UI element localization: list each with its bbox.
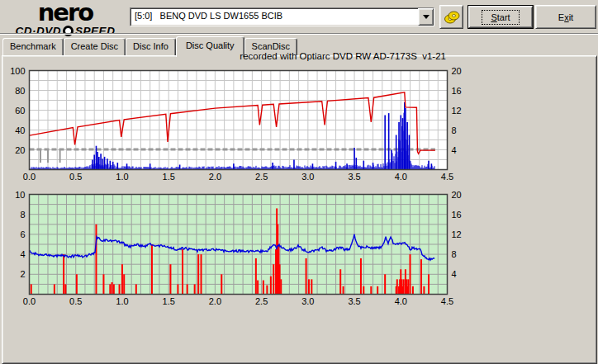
svg-text:1.0: 1.0 — [116, 296, 128, 306]
svg-text:1.0: 1.0 — [116, 172, 128, 182]
drive-select[interactable]: [5:0] BENQ DVD LS DW1655 BCIB — [130, 7, 434, 26]
eject-disc-button[interactable] — [439, 5, 463, 29]
eject-disc-icon — [444, 9, 460, 26]
nero-logo: nero CD·DVD SPEED — [3, 1, 127, 37]
recorded-with-label: recorded with Optiarc DVD RW AD-7173S v1… — [165, 51, 446, 61]
svg-text:2.5: 2.5 — [255, 172, 268, 182]
svg-text:40: 40 — [15, 125, 25, 135]
svg-text:8: 8 — [452, 125, 457, 135]
nero-brand-text: nero — [3, 1, 127, 25]
svg-text:2.0: 2.0 — [209, 296, 221, 306]
svg-text:4: 4 — [20, 249, 25, 259]
svg-text:3.0: 3.0 — [301, 172, 314, 182]
svg-text:80: 80 — [15, 86, 25, 96]
svg-text:60: 60 — [15, 106, 25, 116]
svg-text:4: 4 — [452, 269, 457, 279]
disc-icon — [63, 26, 74, 36]
start-button[interactable]: Start — [467, 5, 534, 29]
svg-text:20: 20 — [15, 145, 25, 155]
svg-text:10: 10 — [15, 190, 25, 200]
logo-product-left: CD·DVD — [16, 26, 62, 37]
svg-text:0.0: 0.0 — [23, 296, 36, 306]
toolbar-separator — [0, 33, 598, 35]
exit-button[interactable]: Exit — [535, 5, 596, 29]
svg-text:20: 20 — [452, 66, 462, 76]
svg-text:4.0: 4.0 — [395, 296, 407, 306]
svg-text:8: 8 — [452, 249, 457, 259]
svg-text:2.0: 2.0 — [209, 172, 221, 182]
svg-text:100: 100 — [10, 66, 25, 76]
svg-text:12: 12 — [452, 106, 462, 116]
svg-text:1.5: 1.5 — [163, 296, 175, 306]
svg-text:2: 2 — [20, 269, 25, 279]
tab-create-disc[interactable]: Create Disc — [64, 38, 126, 55]
svg-text:4: 4 — [452, 145, 457, 155]
svg-text:8: 8 — [20, 210, 25, 220]
svg-text:12: 12 — [452, 229, 462, 239]
svg-text:3.0: 3.0 — [301, 296, 314, 306]
svg-text:0.5: 0.5 — [69, 296, 82, 306]
svg-text:6: 6 — [20, 229, 25, 239]
svg-text:1.5: 1.5 — [163, 172, 175, 182]
logo-product-right: SPEED — [75, 26, 115, 37]
tab-benchmark[interactable]: Benchmark — [2, 38, 64, 55]
pi-failures-jitter-chart: 108642201612840.00.51.01.52.02.53.03.54.… — [0, 188, 464, 314]
pi-errors-speed-chart: 10080604020201612840.00.51.01.52.02.53.0… — [0, 50, 464, 188]
drive-select-dropdown-button[interactable] — [418, 8, 434, 26]
svg-text:0.0: 0.0 — [23, 172, 36, 182]
chevron-down-icon — [423, 15, 430, 22]
svg-text:16: 16 — [452, 210, 462, 220]
svg-text:4.0: 4.0 — [395, 172, 407, 182]
svg-text:16: 16 — [452, 86, 462, 96]
svg-text:4.5: 4.5 — [441, 172, 453, 182]
svg-text:3.5: 3.5 — [348, 172, 360, 182]
svg-text:0.5: 0.5 — [69, 172, 82, 182]
svg-text:4.5: 4.5 — [441, 296, 453, 306]
svg-text:20: 20 — [452, 190, 462, 200]
drive-select-value: [5:0] BENQ DVD LS DW1655 BCIB — [131, 8, 418, 26]
svg-text:2.5: 2.5 — [255, 296, 268, 306]
svg-text:3.5: 3.5 — [348, 296, 360, 306]
